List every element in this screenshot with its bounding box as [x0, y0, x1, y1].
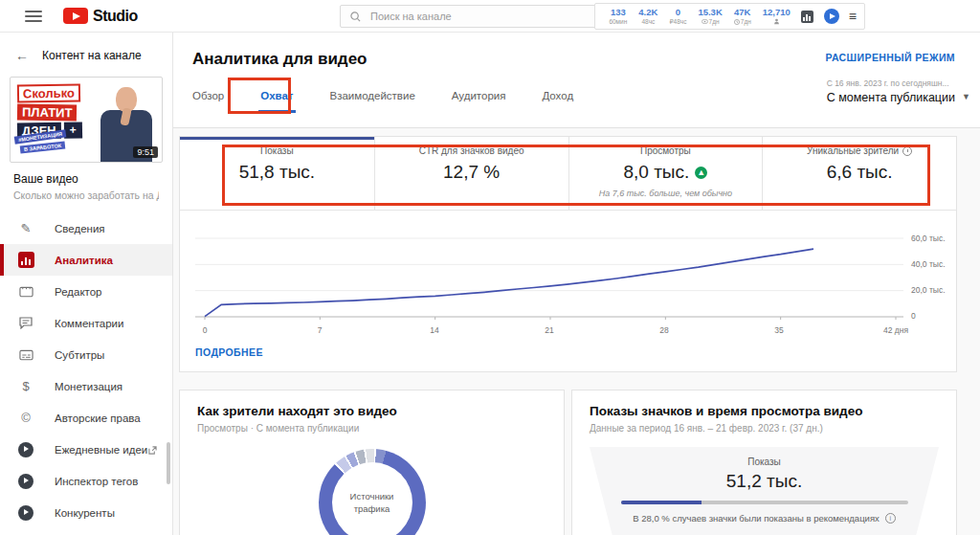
funnel-stage-impressions[interactable]: Показы 51,2 тыс. В 28,0 % случаев значки… — [590, 447, 939, 535]
impressions-progress-bar — [621, 501, 908, 504]
sidebar-item-editor[interactable]: Редактор — [0, 276, 172, 307]
eye-icon — [702, 19, 708, 24]
line-chart-plot — [195, 226, 903, 322]
main-menu-icon[interactable] — [25, 11, 42, 22]
youtube-studio-logo[interactable]: Studio — [63, 8, 138, 25]
sidebar-item-details[interactable]: ✎ Сведения — [0, 212, 172, 244]
back-arrow-icon: ← — [15, 48, 29, 63]
stats-menu-icon[interactable]: ≡ — [849, 9, 857, 24]
external-link-icon — [148, 441, 157, 458]
thumbnail-text-2: ПЛАТИТ — [17, 103, 78, 121]
sidebar-item-analytics[interactable]: Аналитика — [0, 244, 172, 276]
video-duration-badge: 9:51 — [133, 146, 158, 158]
brand-name: Studio — [93, 8, 138, 25]
card-subtitle: Данные за период 16 янв. – 21 февр. 2023… — [590, 423, 939, 434]
subtitles-icon — [16, 346, 35, 365]
editor-icon — [16, 282, 35, 301]
metric-impressions[interactable]: Показы 51,8 тыс. — [180, 137, 374, 210]
vidiq-play-icon — [16, 472, 35, 491]
analytics-icon — [16, 251, 35, 270]
tab-revenue[interactable]: Доход — [542, 90, 573, 113]
see-more-link[interactable]: ПОДРОБНЕЕ — [195, 346, 263, 358]
sidebar-item-monetization[interactable]: $ Монетизация — [0, 370, 172, 402]
person-icon — [773, 18, 780, 25]
impressions-funnel-card: Показы значков и время просмотра видео Д… — [571, 390, 957, 535]
pencil-icon: ✎ — [16, 219, 35, 238]
card-subtitle: Просмотры · С момента публикации — [197, 423, 546, 434]
stat-views-7d: 15.3K 7дн — [698, 8, 722, 25]
sidebar-item-comments[interactable]: Комментарии — [0, 307, 172, 339]
analytics-header: Аналитика для видео РАСШИРЕННЫЙ РЕЖИМ Об… — [173, 33, 980, 128]
metric-cards-row: Показы 51,8 тыс. CTR для значков видео 1… — [180, 137, 956, 211]
thumbnail-ribbon-2: В ЗАРАБОТОК — [20, 142, 66, 154]
sidebar-item-competitors[interactable]: Конкуренты — [0, 497, 172, 528]
sidebar: ← Контент на канале Сколько ПЛАТИТ ДЗЕН … — [0, 33, 173, 535]
vidiq-play-icon — [16, 503, 35, 523]
metric-views[interactable]: Просмотры 8,0 тыс. ▲ На 7,6 тыс. больше,… — [568, 137, 763, 210]
advanced-mode-link[interactable]: РАСШИРЕННЫЙ РЕЖИМ — [825, 52, 955, 63]
comments-icon — [16, 314, 35, 333]
card-title: Как зрители находят это видео — [197, 404, 546, 418]
date-range-selector[interactable]: С 16 янв. 2023 г. по сегодняшн... С моме… — [827, 78, 955, 104]
stat-views-48h: 4.2K 48чс — [638, 8, 657, 25]
card-title: Показы значков и время просмотра видео — [590, 404, 939, 418]
clock-icon — [734, 19, 740, 25]
trend-up-icon: ▲ — [695, 167, 707, 179]
sidebar-item-copyright[interactable]: © Авторские права — [0, 402, 172, 434]
clock-icon — [902, 146, 912, 156]
vidiq-play-icon — [16, 440, 35, 459]
reach-content: Показы 51,8 тыс. CTR для значков видео 1… — [173, 128, 980, 535]
traffic-sources-card: Как зрители находят это видео Просмотры … — [179, 390, 565, 535]
vidiq-stats-bar[interactable]: 133 60мин 4.2K 48чс 0 ₽48чс 15.3K 7дн 47… — [594, 3, 865, 30]
sidebar-item-daily-ideas[interactable]: Ежедневные идеи — [0, 434, 172, 465]
stat-revenue-48h: 0 ₽48чс — [669, 8, 686, 25]
your-video-label: Ваше видео — [13, 172, 159, 186]
info-icon[interactable]: i — [885, 513, 896, 524]
thumbnail-text-1: Сколько — [17, 83, 80, 102]
stat-views-60min: 133 60мин — [609, 8, 627, 25]
chevron-down-icon: ▼ — [962, 92, 970, 101]
tab-reach[interactable]: Охват — [260, 90, 293, 113]
topbar: Studio Поиск на канале 133 60мин 4.2K 48… — [0, 0, 980, 33]
sidebar-item-subtitles[interactable]: Субтитры — [0, 339, 172, 370]
video-title: Сколько можно заработать на ДЗ... — [13, 189, 159, 201]
metric-unique-viewers[interactable]: Уникальные зрители 6,6 тыс. — [762, 137, 956, 210]
youtube-play-icon — [63, 8, 88, 24]
impressions-line-chart[interactable]: 60,0 тыс. 40,0 тыс. 20,0 тыс. 0 0 7 14 2… — [195, 226, 943, 343]
tab-audience[interactable]: Аудитория — [452, 90, 506, 113]
sidebar-item-tag-inspector[interactable]: Инспектор тегов — [0, 465, 172, 497]
tab-engagement[interactable]: Взаимодействие — [330, 90, 415, 113]
search-icon — [350, 11, 361, 22]
sidebar-scrollbar[interactable] — [167, 442, 170, 484]
stat-watchtime-7d: 47K 7дн — [734, 8, 751, 25]
video-thumbnail[interactable]: Сколько ПЛАТИТ ДЗЕН + #МОНЕТИЗАЦИЯ В ЗАР… — [10, 77, 163, 163]
donut-center-label: Источники трафика — [319, 449, 426, 535]
impressions-funnel: Показы 51,2 тыс. В 28,0 % случаев значки… — [590, 447, 939, 535]
channel-avatar[interactable] — [824, 9, 839, 24]
tab-overview[interactable]: Обзор — [192, 90, 224, 113]
metric-ctr[interactable]: CTR для значков видео 12,7 % — [374, 137, 568, 210]
reach-overview-card: Показы 51,8 тыс. CTR для значков видео 1… — [179, 136, 957, 372]
copyright-icon: © — [16, 409, 35, 428]
traffic-sources-donut-chart[interactable]: Источники трафика — [319, 449, 426, 535]
sidebar-item-trend-alerts[interactable]: Уведомления о трендах — [0, 528, 172, 535]
sidebar-menu: ✎ Сведения Аналитика Редактор Комментар — [0, 212, 172, 535]
search-placeholder: Поиск на канале — [370, 11, 452, 22]
vidiq-logo-icon[interactable] — [801, 11, 813, 23]
back-to-channel-content[interactable]: ← Контент на канале — [0, 33, 172, 73]
monetization-icon: $ — [16, 377, 35, 396]
thumbnail-text-block: Сколько ПЛАТИТ ДЗЕН + — [17, 84, 82, 139]
back-label: Контент на канале — [42, 49, 142, 62]
main-content: Аналитика для видео РАСШИРЕННЫЙ РЕЖИМ Об… — [173, 33, 980, 535]
stat-subscribers: 12,710 — [763, 8, 791, 26]
